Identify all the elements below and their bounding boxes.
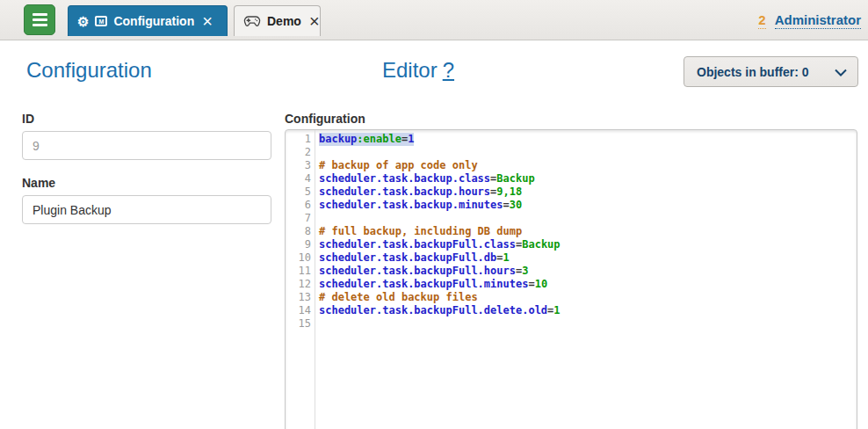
objects-in-buffer-dropdown[interactable]: Objects in buffer: 0 [684,56,858,87]
code-editor[interactable]: 1backup:enable=123# backup of app code o… [285,129,857,429]
line-content: scheduler.task.backupFull.minutes=10 [319,278,547,291]
tab-demo[interactable]: Demo × [234,5,321,36]
line-number: 12 [286,278,311,291]
top-bar: ⚙ M Configuration × Demo × 2 Administrat… [0,0,868,40]
line-content: scheduler.task.backupFull.db=1 [319,251,510,265]
id-input[interactable] [22,131,271,160]
line-content: # delete old backup files [319,291,478,304]
line-number: 10 [286,251,311,265]
chevron-down-icon [835,64,847,80]
page-title: Configuration [26,58,152,83]
line-content: scheduler.task.backup.class=Backup [319,172,535,185]
line-number: 7 [286,212,311,225]
page: ⚙ M Configuration × Demo × 2 Administrat… [0,0,868,429]
help-link[interactable]: ? [443,58,454,82]
line-content: scheduler.task.backupFull.delete.old=1 [319,304,561,317]
line-number: 3 [286,159,311,172]
gear-icon: ⚙ [77,15,89,28]
name-input[interactable] [22,195,271,224]
code-line[interactable]: 14scheduler.task.backupFull.delete.old=1 [286,304,857,317]
notification-count-link[interactable]: 2 [758,12,765,29]
line-number: 5 [286,185,311,199]
hamburger-icon [33,13,47,16]
line-number: 9 [286,238,311,251]
code-line[interactable]: 13# delete old backup files [286,291,857,304]
code-line[interactable]: 10scheduler.task.backupFull.db=1 [286,251,857,265]
code-line[interactable]: 7 [286,212,857,225]
code-lines: 1backup:enable=123# backup of app code o… [286,133,857,331]
code-line[interactable]: 12scheduler.task.backupFull.minutes=10 [286,278,857,291]
buffer-label: Objects in buffer: 0 [697,65,809,79]
code-line[interactable]: 15 [286,317,857,331]
line-number: 4 [286,172,311,185]
configuration-label: Configuration [285,112,365,126]
line-content: scheduler.task.backupFull.hours=3 [319,265,528,278]
administrator-link[interactable]: Administrator [775,12,861,29]
line-number: 14 [286,304,311,317]
line-content: scheduler.task.backup.hours=9,18 [319,185,522,199]
line-number: 8 [286,225,311,238]
code-line[interactable]: 11scheduler.task.backupFull.hours=3 [286,265,857,278]
code-line[interactable]: 1backup:enable=1 [286,133,857,146]
tab-label: Demo [267,14,301,28]
menu-button[interactable] [24,4,55,35]
line-content: # full backup, including DB dump [319,225,522,238]
tab-configuration[interactable]: ⚙ M Configuration × [68,5,228,36]
line-number: 2 [286,146,311,159]
close-icon[interactable]: × [202,12,213,30]
gamepad-icon [243,15,261,27]
line-content: backup:enable=1 [319,133,414,146]
id-label: ID [22,112,34,126]
user-area: 2 Administrator [758,12,861,29]
line-content: # backup of app code only [319,159,478,172]
code-line[interactable]: 5scheduler.task.backup.hours=9,18 [286,185,857,199]
line-content: scheduler.task.backup.minutes=30 [319,199,522,212]
code-line[interactable]: 3# backup of app code only [286,159,857,172]
line-content: scheduler.task.backupFull.class=Backup [319,238,561,251]
close-icon[interactable]: × [309,12,320,30]
editor-title: Editor? [382,58,454,83]
code-line[interactable]: 8# full backup, including DB dump [286,225,857,238]
line-number: 11 [286,265,311,278]
line-number: 15 [286,317,311,331]
code-line[interactable]: 9scheduler.task.backupFull.class=Backup [286,238,857,251]
name-label: Name [22,176,55,190]
line-number: 1 [286,133,311,146]
code-line[interactable]: 6scheduler.task.backup.minutes=30 [286,199,857,212]
line-number: 13 [286,291,311,304]
app-icon: M [95,16,107,26]
tab-label: Configuration [113,14,194,28]
code-line[interactable]: 2 [286,146,857,159]
line-number: 6 [286,199,311,212]
code-line[interactable]: 4scheduler.task.backup.class=Backup [286,172,857,185]
